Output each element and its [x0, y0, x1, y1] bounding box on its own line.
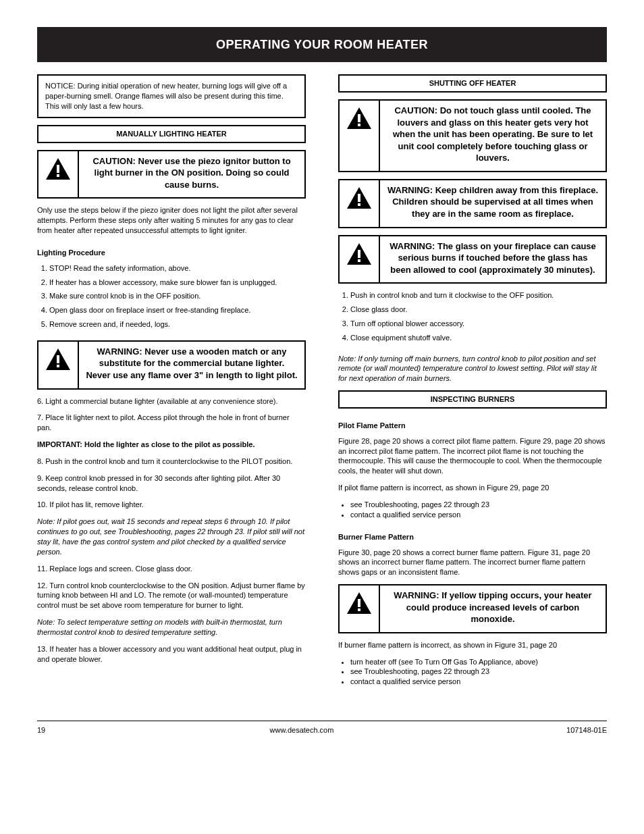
- burner-bullets: turn heater off (see To Turn Off Gas To …: [338, 657, 607, 687]
- svg-rect-0: [57, 165, 59, 173]
- warn-main: WARNING: Never use a wooden match or any…: [79, 342, 304, 388]
- inspecting-burners-title: INSPECTING BURNERS: [338, 390, 607, 409]
- shut-off-steps: Push in control knob and turn it clockwi…: [338, 290, 607, 346]
- list-item: If heater has a blower accessory, make s…: [49, 278, 306, 288]
- caution-manual-lighting: CAUTION: Never use the piezo ignitor but…: [37, 150, 306, 199]
- svg-rect-1: [57, 174, 59, 177]
- alert-icon: [38, 342, 79, 388]
- list-item: Open glass door on fireplace insert or f…: [49, 305, 306, 315]
- notice-box: NOTICE: During initial operation of new …: [37, 74, 306, 118]
- pilot-para-1: Figure 28, page 20 shows a correct pilot…: [338, 436, 607, 476]
- list-item: 6. Light a commercial butane lighter (av…: [37, 396, 306, 407]
- svg-rect-2: [57, 355, 59, 363]
- page-number: 19: [37, 725, 64, 735]
- pilot-flame-title: Pilot Flame Pattern: [338, 421, 607, 431]
- list-item: 13. If heater has a blower accessory and…: [37, 644, 306, 664]
- caution-hot-glass: CAUTION: Do not touch glass until cooled…: [338, 99, 607, 172]
- svg-rect-6: [358, 194, 360, 202]
- list-item: 11. Replace logs and screen. Close glass…: [37, 564, 306, 574]
- list-item: see Troubleshooting, pages 22 through 23: [350, 667, 607, 677]
- left-column: NOTICE: During initial operation of new …: [37, 74, 306, 694]
- warn-main: WARNING: Keep children away from this fi…: [380, 180, 606, 227]
- alert-icon: [38, 151, 79, 198]
- list-item: see Troubleshooting, pages 22 through 23: [350, 500, 607, 510]
- alert-icon: [340, 585, 380, 632]
- alert-icon: [340, 180, 380, 227]
- warn-main: CAUTION: Never use the piezo ignitor but…: [79, 151, 304, 198]
- note-pilot-retry: Note: If pilot goes out, wait 15 seconds…: [37, 517, 306, 556]
- two-column-layout: NOTICE: During initial operation of new …: [37, 74, 607, 694]
- warning-yellow-tipping: WARNING: If yellow tipping occurs, your …: [338, 584, 607, 633]
- right-column: SHUTTING OFF HEATER CAUTION: Do not touc…: [338, 74, 607, 694]
- list-item: 9. Keep control knob pressed in for 30 s…: [37, 473, 306, 494]
- burner-flame-title: Burner Flame Pattern: [338, 532, 607, 542]
- list-item: STOP! Read the safety information, above…: [49, 263, 306, 273]
- list-item: 10. If pilot has lit, remove lighter.: [37, 500, 306, 510]
- warning-wooden-match: WARNING: Never use a wooden match or any…: [37, 340, 306, 390]
- page-banner: OPERATING YOUR ROOM HEATER: [37, 27, 607, 62]
- svg-rect-9: [358, 259, 360, 262]
- note-thermostat: Note: To select temperature setting on m…: [37, 617, 306, 637]
- important-note: IMPORTANT: Hold the lighter as close to …: [37, 440, 306, 450]
- warning-children: WARNING: Keep children away from this fi…: [338, 179, 607, 228]
- svg-rect-3: [57, 365, 59, 367]
- warn-head: WARNING:: [390, 241, 435, 251]
- steps-6-7: 6. Light a commercial butane lighter (av…: [37, 396, 306, 440]
- warning-glass-burn: WARNING: The glass on your fireplace can…: [338, 235, 607, 284]
- footer-doc-id: 107148-01E: [539, 725, 607, 735]
- alert-icon: [340, 236, 380, 283]
- after-caution-paragraph: Only use the steps below if the piezo ig…: [37, 205, 306, 236]
- svg-rect-10: [358, 599, 360, 607]
- steps-8-10: 8. Push in the control knob and turn it …: [37, 457, 306, 517]
- list-item: 8. Push in the control knob and turn it …: [37, 457, 306, 467]
- list-item: contact a qualified service person: [350, 510, 607, 520]
- list-item: Close glass door.: [350, 305, 607, 315]
- list-item: Turn off optional blower accessory.: [350, 319, 607, 329]
- svg-rect-8: [358, 250, 360, 258]
- list-item: Remove screen and, if needed, logs.: [49, 319, 306, 330]
- steps-11-12: 11. Replace logs and screen. Close glass…: [37, 564, 306, 617]
- pilot-bullets: see Troubleshooting, pages 22 through 23…: [338, 500, 607, 520]
- burner-para: Figure 30, page 20 shows a correct burne…: [338, 548, 607, 578]
- warn-main: CAUTION: Do not touch glass until cooled…: [380, 101, 606, 171]
- alert-icon: [340, 101, 380, 171]
- list-item: Make sure control knob is in the OFF pos…: [49, 291, 306, 301]
- svg-rect-7: [358, 203, 360, 206]
- list-item: contact a qualified service person: [350, 677, 607, 687]
- warn-head: CAUTION:: [394, 105, 437, 115]
- list-item: 7. Place lit lighter next to pilot. Acce…: [37, 413, 306, 433]
- list-item: Close equipment shutoff valve.: [350, 333, 607, 343]
- steps-1-5: STOP! Read the safety information, above…: [37, 263, 306, 334]
- svg-rect-4: [358, 114, 360, 122]
- list-item: 12. Turn control knob counterclockwise t…: [37, 581, 306, 611]
- warn-head: CAUTION: Never use the piezo ignitor but…: [86, 155, 298, 191]
- lighting-procedure-title: Lighting Procedure: [37, 248, 306, 258]
- shutting-off-title: SHUTTING OFF HEATER: [338, 74, 607, 93]
- svg-rect-5: [358, 124, 360, 126]
- svg-rect-11: [358, 608, 360, 611]
- warn-head: WARNING:: [394, 590, 439, 600]
- note-shut-off: Note: If only turning off main burners, …: [338, 354, 607, 384]
- warn-main: WARNING: If yellow tipping occurs, your …: [380, 585, 606, 632]
- notice-text: NOTICE: During initial operation of new …: [45, 82, 287, 110]
- burner-para-2: If burner flame pattern is incorrect, as…: [338, 640, 607, 650]
- footer-url: www.desatech.com: [64, 725, 539, 735]
- step-13: 13. If heater has a blower accessory and…: [37, 644, 306, 671]
- pilot-para-2: If pilot flame pattern is incorrect, as …: [338, 483, 607, 493]
- warn-head: WARNING:: [97, 346, 142, 357]
- page-footer: 19 www.desatech.com 107148-01E: [37, 721, 607, 735]
- section-manual-lighting-title: MANUALLY LIGHTING HEATER: [37, 125, 306, 143]
- warn-head: WARNING:: [387, 185, 433, 195]
- warn-main: WARNING: The glass on your fireplace can…: [380, 236, 606, 283]
- list-item: Push in control knob and turn it clockwi…: [350, 290, 607, 301]
- list-item: turn heater off (see To Turn Off Gas To …: [350, 657, 607, 667]
